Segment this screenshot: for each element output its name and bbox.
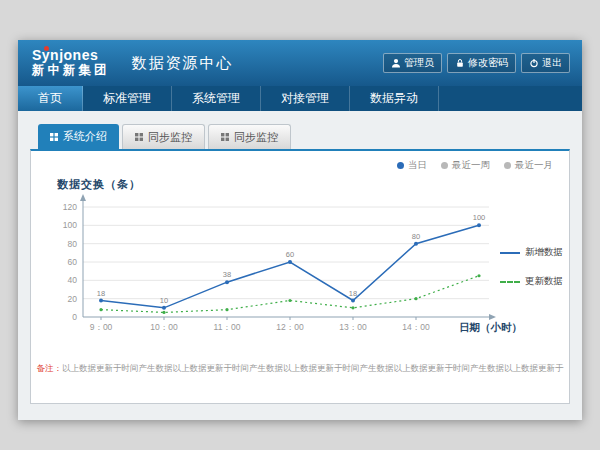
legend-item-updated-data[interactable]: 更新数据 [500,275,563,288]
svg-text:10: 10 [160,296,168,305]
dot-icon [504,162,511,169]
brand-logo: Synjones 新中新集团 [32,48,110,78]
svg-text:13：00: 13：00 [339,322,367,332]
svg-text:38: 38 [223,270,231,279]
app-window: Synjones 新中新集团 数据资源中心 管理员 修改密码 [18,40,582,420]
x-axis-title: 日期（小时） [459,321,522,335]
user-icon [391,58,401,68]
svg-text:60: 60 [286,250,294,259]
lock-icon [455,58,465,68]
legend-item-last-week[interactable]: 最近一周 [441,159,490,172]
content-area: 系统介绍 同步监控 同步监控 [18,111,582,420]
grid-icon [221,133,229,141]
line-chart: 0204060801001209：0010：0011：0012：0013：001… [43,191,508,343]
svg-text:80: 80 [412,232,420,241]
tab-sync-monitor-1[interactable]: 同步监控 [122,124,205,149]
svg-text:40: 40 [68,275,78,285]
nav-item-data-change[interactable]: 数据异动 [350,86,439,111]
nav-item-integration-mgmt[interactable]: 对接管理 [261,86,350,111]
footnote: 备注：以上数据更新于时间产生数据以上数据更新于时间产生数据以上数据更新于时间产生… [31,363,569,375]
svg-text:20: 20 [68,294,78,304]
grid-icon [50,133,58,141]
svg-text:0: 0 [72,312,77,322]
legend-item-last-month[interactable]: 最近一月 [504,159,553,172]
y-axis-title: 数据交换（条） [57,177,141,192]
power-icon [529,58,539,68]
svg-text:11：00: 11：00 [214,322,241,332]
legend-item-today[interactable]: 当日 [397,159,427,172]
tab-system-intro[interactable]: 系统介绍 [38,124,119,149]
footnote-prefix: 备注： [37,363,63,373]
logout-button[interactable]: 退出 [521,53,570,73]
logo-text: Synjones [32,47,98,63]
chart-series-legend: 新增数据 更新数据 [500,246,563,288]
svg-text:18: 18 [349,289,357,298]
nav-item-system-mgmt[interactable]: 系统管理 [172,86,261,111]
main-nav: 首页 标准管理 系统管理 对接管理 数据异动 [18,86,582,111]
nav-item-home[interactable]: 首页 [18,86,83,111]
page-title: 数据资源中心 [132,54,234,73]
admin-user-button[interactable]: 管理员 [383,53,442,73]
logo-accent-dot [44,46,49,51]
svg-text:120: 120 [63,202,77,212]
grid-icon [135,133,143,141]
line-sample-icon [500,252,520,254]
tab-sync-monitor-2[interactable]: 同步监控 [208,124,291,149]
dot-icon [397,162,404,169]
svg-text:18: 18 [97,289,105,298]
svg-text:80: 80 [68,239,78,249]
svg-text:10：00: 10：00 [150,322,178,332]
change-password-button[interactable]: 修改密码 [447,53,516,73]
tab-bar: 系统介绍 同步监控 同步监控 [30,124,570,149]
dot-icon [441,162,448,169]
chart-top-legend: 当日 最近一周 最近一月 [397,159,553,172]
header-actions: 管理员 修改密码 退出 [383,53,570,73]
svg-text:100: 100 [473,213,486,222]
desktop-background: Synjones 新中新集团 数据资源中心 管理员 修改密码 [0,0,600,450]
footnote-text: 以上数据更新于时间产生数据以上数据更新于时间产生数据以上数据更新于时间产生数据以… [62,363,564,373]
svg-text:9：00: 9：00 [90,322,113,332]
svg-text:14：00: 14：00 [402,322,430,332]
logo-subtext: 新中新集团 [32,63,110,78]
app-header: Synjones 新中新集团 数据资源中心 管理员 修改密码 [18,40,582,86]
nav-item-standard-mgmt[interactable]: 标准管理 [83,86,172,111]
chart-panel: 当日 最近一周 最近一月 数据交换（条） 0204060801001209：00… [30,149,570,404]
svg-text:60: 60 [68,257,78,267]
svg-text:100: 100 [63,220,77,230]
legend-item-new-data[interactable]: 新增数据 [500,246,563,259]
svg-text:12：00: 12：00 [276,322,304,332]
line-sample-icon [500,281,520,283]
